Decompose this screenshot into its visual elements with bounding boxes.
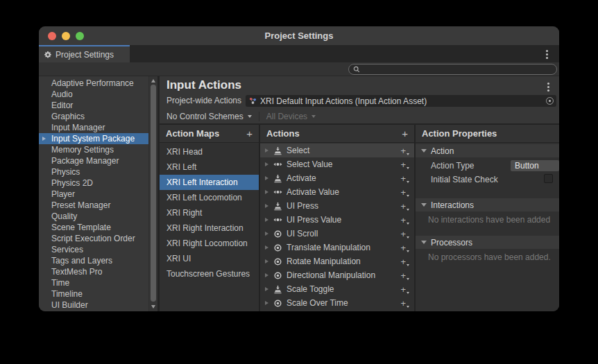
expand-triangle-icon[interactable] bbox=[265, 176, 268, 180]
action-map-touchscreen-gestures[interactable]: Touchscreen Gestures bbox=[160, 266, 259, 281]
control-schemes-dropdown[interactable]: No Control Schemes bbox=[160, 110, 259, 123]
action-map-xri-left[interactable]: XRI Left bbox=[160, 159, 259, 175]
interactions-section-header[interactable]: Interactions bbox=[416, 198, 559, 211]
scroll-up-icon[interactable] bbox=[151, 79, 155, 83]
actions-column: Actions + Select + bbox=[260, 125, 414, 311]
action-row-ui-scroll[interactable]: UI Scroll + bbox=[260, 227, 414, 241]
expand-triangle-icon[interactable] bbox=[265, 245, 268, 250]
sidebar-item-timeline[interactable]: Timeline bbox=[39, 288, 148, 300]
action-map-xri-right-interaction[interactable]: XRI Right Interaction bbox=[160, 220, 259, 236]
action-map-xri-ui[interactable]: XRI UI bbox=[160, 251, 259, 266]
action-row-directional-manipulation[interactable]: Directional Manipulation + bbox=[260, 268, 414, 282]
expand-triangle-icon[interactable] bbox=[265, 204, 268, 208]
action-section-header[interactable]: Action bbox=[416, 144, 559, 157]
action-row-scale-over-time[interactable]: Scale Over Time + bbox=[260, 296, 414, 310]
value-action-icon bbox=[272, 216, 283, 223]
sidebar-item-ui-builder[interactable]: UI Builder bbox=[39, 300, 148, 311]
action-row-ui-press-value[interactable]: UI Press Value + bbox=[260, 213, 414, 227]
expand-triangle-icon[interactable] bbox=[265, 218, 268, 222]
sidebar-item-preset-manager[interactable]: Preset Manager bbox=[39, 200, 148, 211]
action-type-dropdown[interactable]: Button bbox=[511, 160, 559, 171]
action-row-rotate-manipulation[interactable]: Rotate Manipulation + bbox=[260, 254, 414, 268]
sidebar-item-textmesh-pro[interactable]: TextMesh Pro bbox=[39, 266, 148, 277]
zoom-window-button[interactable] bbox=[76, 32, 84, 40]
scroll-down-icon[interactable] bbox=[151, 305, 155, 309]
add-binding-button[interactable]: + bbox=[400, 285, 409, 294]
scrollbar-thumb[interactable] bbox=[151, 85, 156, 302]
sidebar-item-input-system-package[interactable]: Input System Package bbox=[39, 133, 148, 144]
action-map-xri-right-locomotion[interactable]: XRI Right Locomotion bbox=[160, 236, 259, 251]
initial-state-check-checkbox[interactable] bbox=[544, 174, 553, 183]
object-picker-icon[interactable] bbox=[546, 97, 554, 105]
action-row-scale-toggle[interactable]: Scale Toggle + bbox=[260, 282, 414, 296]
add-binding-button[interactable]: + bbox=[400, 257, 409, 266]
sidebar-item-input-manager[interactable]: Input Manager bbox=[39, 122, 148, 133]
action-row-select[interactable]: Select + bbox=[260, 144, 414, 157]
input-actions-menu-kebab-icon[interactable] bbox=[547, 83, 549, 92]
expand-triangle-icon[interactable] bbox=[265, 273, 268, 277]
add-action-map-button[interactable]: + bbox=[246, 128, 253, 139]
expand-triangle-icon[interactable] bbox=[265, 301, 268, 305]
button-action-icon bbox=[272, 285, 283, 294]
chevron-down-icon bbox=[407, 181, 409, 183]
action-row-select-value[interactable]: Select Value + bbox=[260, 157, 414, 171]
processors-section-header[interactable]: Processors bbox=[416, 236, 559, 249]
action-maps-list: XRI Head XRI Left XRI Left Interaction X… bbox=[160, 143, 259, 281]
action-row-activate[interactable]: Activate + bbox=[260, 171, 414, 185]
add-binding-button[interactable]: + bbox=[400, 174, 409, 183]
sidebar-item-physics[interactable]: Physics bbox=[39, 166, 148, 177]
expand-triangle-icon[interactable] bbox=[265, 162, 268, 166]
action-label: Select bbox=[287, 146, 397, 155]
add-binding-button[interactable]: + bbox=[400, 160, 409, 169]
sidebar-item-time[interactable]: Time bbox=[39, 277, 148, 288]
sidebar-item-tags-and-layers[interactable]: Tags and Layers bbox=[39, 255, 148, 266]
add-binding-button[interactable]: + bbox=[400, 202, 409, 211]
sidebar-item-audio[interactable]: Audio bbox=[39, 89, 148, 100]
add-action-button[interactable]: + bbox=[402, 128, 408, 139]
expand-triangle-icon[interactable] bbox=[265, 232, 268, 236]
sidebar-item-services[interactable]: Services bbox=[39, 244, 148, 255]
action-row-activate-value[interactable]: Activate Value + bbox=[260, 185, 414, 199]
close-window-button[interactable] bbox=[48, 32, 56, 40]
sidebar-item-quality[interactable]: Quality bbox=[39, 211, 148, 222]
action-maps-title: Action Maps bbox=[166, 128, 219, 139]
add-binding-button[interactable]: + bbox=[400, 271, 409, 280]
action-row-ui-press[interactable]: UI Press + bbox=[260, 199, 414, 213]
search-input[interactable] bbox=[363, 65, 552, 73]
action-map-xri-right[interactable]: XRI Right bbox=[160, 205, 259, 220]
sidebar-item-physics-2d[interactable]: Physics 2D bbox=[39, 177, 148, 189]
minimize-window-button[interactable] bbox=[62, 32, 70, 40]
expand-triangle-icon[interactable] bbox=[265, 190, 268, 194]
action-row-translate-manipulation[interactable]: Translate Manipulation + bbox=[260, 241, 414, 254]
sidebar-item-editor[interactable]: Editor bbox=[39, 100, 148, 111]
add-binding-button[interactable]: + bbox=[400, 229, 409, 239]
tab-project-settings[interactable]: Project Settings bbox=[39, 45, 130, 62]
add-binding-button[interactable]: + bbox=[400, 243, 409, 252]
asset-object-field[interactable]: XRI Default Input Actions (Input Action … bbox=[246, 95, 556, 107]
sidebar-item-package-manager[interactable]: Package Manager bbox=[39, 155, 148, 166]
sidebar-item-scene-template[interactable]: Scene Template bbox=[39, 222, 148, 233]
sidebar-item-adaptive-performance[interactable]: Adaptive Performance bbox=[39, 78, 148, 89]
sidebar-scrollbar[interactable] bbox=[148, 76, 157, 311]
chevron-down-icon bbox=[407, 250, 409, 252]
add-binding-button[interactable]: + bbox=[400, 188, 409, 197]
action-map-xri-left-locomotion[interactable]: XRI Left Locomotion bbox=[160, 190, 259, 205]
expand-triangle-icon[interactable] bbox=[265, 259, 268, 263]
expand-triangle-icon[interactable] bbox=[265, 148, 268, 153]
add-binding-button[interactable]: + bbox=[400, 216, 409, 225]
passthrough-action-icon bbox=[272, 257, 283, 266]
expand-triangle-icon[interactable] bbox=[265, 287, 268, 291]
devices-label: All Devices bbox=[266, 112, 307, 121]
window-menu-kebab-icon[interactable] bbox=[546, 50, 548, 59]
action-map-xri-left-interaction[interactable]: XRI Left Interaction bbox=[160, 175, 259, 190]
search-field[interactable] bbox=[348, 64, 557, 75]
add-binding-button[interactable]: + bbox=[400, 299, 409, 308]
sidebar-item-graphics[interactable]: Graphics bbox=[39, 111, 148, 122]
action-map-xri-head[interactable]: XRI Head bbox=[160, 144, 259, 159]
devices-dropdown[interactable]: All Devices bbox=[259, 110, 323, 123]
sidebar-item-memory-settings[interactable]: Memory Settings bbox=[39, 144, 148, 155]
sidebar-item-player[interactable]: Player bbox=[39, 189, 148, 200]
sidebar-item-script-execution-order[interactable]: Script Execution Order bbox=[39, 233, 148, 244]
titlebar[interactable]: Project Settings bbox=[39, 26, 559, 45]
add-binding-button[interactable]: + bbox=[400, 146, 409, 155]
